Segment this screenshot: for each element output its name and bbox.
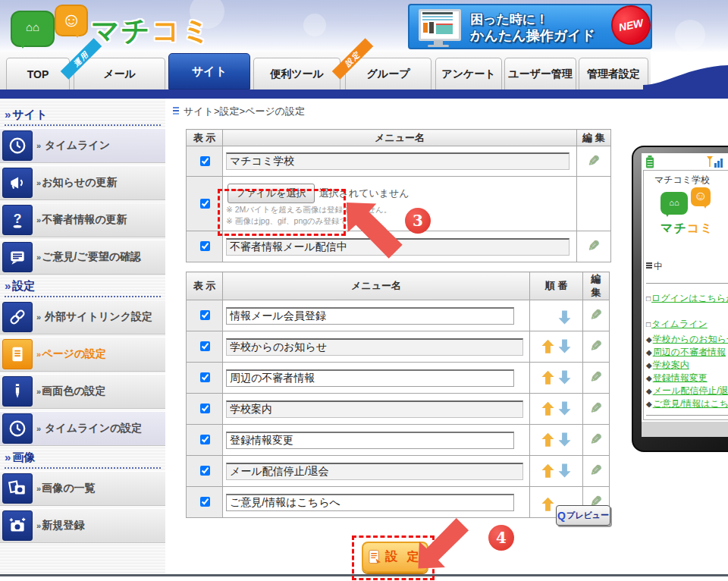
move-up-icon[interactable] [541, 339, 555, 353]
diamond-bullet-icon: ◆ [646, 374, 652, 382]
move-down-icon[interactable] [557, 339, 572, 353]
camera-icon [2, 510, 33, 541]
tab-group[interactable]: グループ [345, 58, 431, 90]
col-menu-name: メニュー名 [223, 272, 530, 300]
settings-document-icon [368, 549, 382, 565]
square-bullet-icon: □ [646, 294, 651, 303]
phone-timeline-row: □タイムライン [646, 316, 708, 331]
help-guide-banner[interactable]: 困った時に！ かんたん操作ガイド NEW [408, 4, 652, 49]
sidebar-item-screen-color-settings[interactable]: »画面色の設定 [0, 374, 165, 409]
sidebar-item-timeline[interactable]: » タイムライン [0, 128, 165, 163]
tab-top[interactable]: TOP [6, 58, 70, 90]
file-select-button[interactable]: ファイルを選択 [228, 184, 315, 203]
edit-pencil-icon[interactable]: ✎ [590, 401, 602, 416]
machikomi-logo[interactable]: ⌂⌂ ☺ マチコミ [8, 3, 235, 50]
menu-name-input[interactable] [226, 152, 570, 170]
edit-pencil-icon[interactable]: ✎ [590, 339, 602, 353]
edit-pencil-icon[interactable]: ✎ [590, 432, 602, 447]
phone-link[interactable]: 周辺の不審者情報 [653, 347, 726, 357]
phone-link[interactable]: ご意見/情報はこちらへ [653, 398, 728, 409]
phone-logo-green-icon: ⌂⌂ [661, 192, 688, 215]
sidebar-item-new-image-registration[interactable]: »新規登録 [0, 508, 165, 543]
visibility-checkbox[interactable] [200, 341, 210, 351]
annotation-step-4: 4 [488, 525, 514, 551]
sidebar-item-page-settings[interactable]: »ページの設定 [0, 337, 165, 372]
phone-link[interactable]: メール配信停止/退会 [653, 385, 728, 396]
list-icon [646, 262, 652, 269]
sidebar-item-feedback-check[interactable]: »ご意見/ご要望の確認 [0, 240, 165, 275]
phone-preview: マチコミ学校 ⌂⌂ ☺ マチコミ 中 □ログインはこちらから □タイムライン ◆… [632, 146, 728, 452]
phone-screen-footer [642, 422, 728, 437]
move-down-icon[interactable] [557, 401, 572, 416]
table-row: ✎ [187, 146, 611, 177]
preview-button[interactable]: Q プレビュー [556, 505, 610, 526]
visibility-checkbox[interactable] [200, 497, 210, 507]
breadcrumb-icon [173, 107, 179, 108]
col-menu-name: メニュー名 [223, 130, 577, 146]
diamond-bullet-icon: ◆ [646, 335, 652, 344]
move-up-icon[interactable] [541, 401, 555, 416]
new-badge: NEW [607, 2, 654, 49]
phone-login-row: □ログインはこちらから [646, 290, 728, 305]
phone-timeline-link[interactable]: タイムライン [651, 319, 708, 329]
move-up-icon[interactable] [541, 497, 555, 511]
phone-link[interactable]: 登録情報変更 [653, 372, 708, 383]
menu-name-input[interactable] [226, 338, 523, 356]
phone-logo-smiley-icon: ☺ [691, 187, 711, 206]
phone-link[interactable]: 学校からのお知らせ [653, 334, 728, 344]
sidebar-item-timeline-settings[interactable]: » タイムラインの設定 [0, 411, 165, 446]
phone-link[interactable]: 学校案内 [653, 360, 689, 370]
sidebar-item-external-link-settings[interactable]: » 外部サイトリンク設定 [0, 300, 165, 334]
tab-user-management[interactable]: ユーザー管理 [504, 58, 576, 90]
menu-name-input[interactable] [226, 494, 514, 511]
megaphone-icon [2, 168, 33, 198]
menu-name-input[interactable] [226, 307, 514, 325]
menu-name-input[interactable] [226, 400, 523, 418]
menu-name-input[interactable] [226, 463, 523, 480]
diamond-bullet-icon: ◆ [646, 400, 652, 408]
edit-pencil-icon[interactable]: ✎ [590, 370, 602, 385]
visibility-checkbox[interactable] [200, 372, 210, 382]
phone-login-link[interactable]: ログインはこちらから [651, 293, 728, 303]
visibility-checkbox[interactable] [200, 435, 210, 444]
visibility-checkbox[interactable] [200, 156, 210, 166]
move-down-icon[interactable] [557, 370, 572, 385]
tab-tools[interactable]: 便利ツール [253, 58, 340, 90]
sidebar-item-news-update[interactable]: »お知らせの更新 [0, 165, 165, 200]
move-down-icon[interactable] [557, 432, 572, 447]
visibility-checkbox[interactable] [200, 199, 210, 209]
tab-mail[interactable]: メール [74, 58, 165, 90]
magnifier-icon: Q [557, 510, 566, 522]
move-up-icon[interactable] [541, 432, 555, 447]
menu-name-input[interactable] [226, 369, 514, 387]
sidebar-item-suspicious-update[interactable]: ? »不審者情報の更新 [0, 203, 165, 237]
edit-pencil-icon[interactable]: ✎ [590, 463, 602, 478]
sidebar-section-images: »画像 [5, 451, 161, 469]
visibility-checkbox[interactable] [200, 241, 210, 251]
logo-text: マチコミ [91, 12, 212, 50]
decor-bubble [675, 20, 705, 50]
phone-link-row: ◆ご意見/情報はこちらへ [646, 396, 728, 410]
tab-survey[interactable]: アンケート [435, 58, 502, 90]
tab-admin-settings[interactable]: 管理者設定 [579, 58, 648, 90]
tab-site[interactable]: サイト [168, 53, 250, 90]
move-down-icon[interactable] [557, 463, 572, 478]
edit-pencil-icon[interactable]: ✎ [588, 154, 600, 168]
pencil-icon [2, 376, 33, 407]
visibility-checkbox[interactable] [200, 404, 210, 413]
monitor-icon [419, 9, 461, 41]
menu-name-input[interactable] [226, 432, 514, 449]
move-up-icon[interactable] [541, 370, 555, 385]
sidebar-item-image-list[interactable]: »画像の一覧 [0, 471, 165, 506]
edit-pencil-icon[interactable]: ✎ [588, 239, 600, 253]
visibility-checkbox[interactable] [200, 310, 210, 320]
move-down-icon[interactable] [557, 310, 572, 325]
page-document-icon [2, 339, 33, 369]
page-menu-table: 表 示 メニュー名 順 番 編 集 ✎ ✎ ✎ ✎ [186, 272, 610, 518]
clock-icon [2, 413, 33, 444]
visibility-checkbox[interactable] [200, 466, 210, 476]
phone-status-label: 中 [646, 260, 663, 273]
move-up-icon[interactable] [541, 463, 555, 478]
edit-pencil-icon[interactable]: ✎ [590, 308, 602, 322]
nav-underline-bar [0, 90, 728, 99]
